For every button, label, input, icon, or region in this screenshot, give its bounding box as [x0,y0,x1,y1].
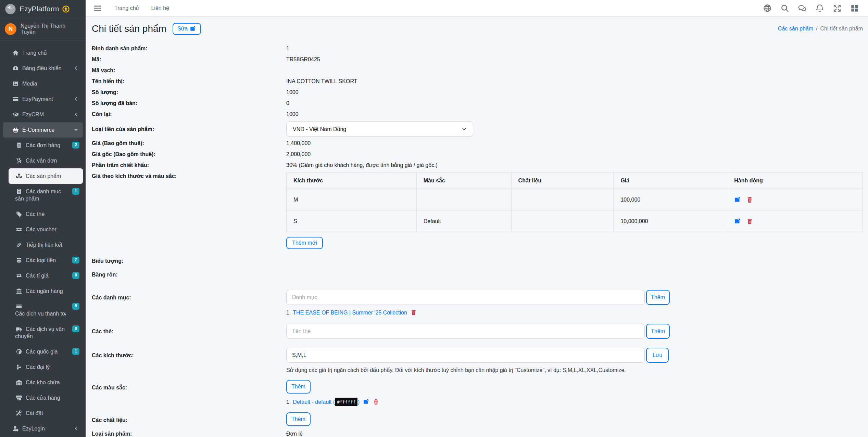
edit-icon[interactable] [734,196,741,203]
tag-icon [15,211,23,218]
sidebar-item-bang-dieu-khien[interactable]: Bảng điều khiển [3,61,83,76]
column-header: Hành động [727,173,863,189]
store-icon [15,395,23,401]
nav-link-lien-he[interactable]: Liên hệ [151,5,169,11]
sidebar-item-ecommerce[interactable]: E-Commerce [3,122,83,138]
add-tag-button[interactable]: Thêm [646,324,670,339]
sidebar-item-cac-dai-ly[interactable]: Các đại lý [9,359,83,375]
media-icon [12,80,19,87]
sidebar-item-ezypayment[interactable]: EzyPayment [3,91,83,107]
count-badge: 1 [72,348,79,355]
add-category-button[interactable]: Thêm [646,290,670,305]
brand[interactable]: EzyPlatform [0,0,86,18]
sidebar-item-cac-dich-vu-van-chuyen[interactable]: Các dịch vụ vận chuyển 0 [9,321,83,344]
user-panel[interactable]: N Nguyễn Thị Thanh Tuyền [0,18,86,40]
breadcrumb-link-products[interactable]: Các sản phẩm [778,26,813,31]
credit-card-icon [12,96,19,103]
column-header: Kích thước [287,173,417,189]
sidebar-item-cac-ti-gia[interactable]: Các tỉ giá 0 [9,268,83,283]
sidebar-item-cai-dat[interactable]: Cài đặt [9,406,83,421]
color-link-suffix[interactable]: ) [358,398,360,406]
fullscreen-icon[interactable] [833,4,842,13]
globe-icon [15,348,23,355]
currency-selected-value: VND - Việt Nam Đồng [293,126,346,133]
trash-icon[interactable] [746,196,753,203]
field-value: 2,000,000 [286,151,863,158]
sidebar-item-cac-loai-tien[interactable]: Các loại tiền 7 [9,253,83,268]
add-color-button[interactable]: Thêm [286,380,311,394]
sidebar-item-cac-dich-vu-thanh-toan[interactable]: Các dịch vụ thanh toán 5 [9,299,83,321]
cell-color: Default [416,210,511,232]
home-icon [12,50,19,56]
cell-size: S [287,210,417,232]
currency-select[interactable]: VND - Việt Nam Đồng [286,121,473,137]
edit-icon[interactable] [734,218,741,225]
field-label: Các chất liệu: [92,412,286,424]
sizes-input[interactable] [286,348,645,363]
cell-size: M [287,189,417,210]
sidebar-item-cac-san-pham[interactable]: Các sản phẩm [9,168,83,184]
color-link[interactable]: Default - default ( [293,398,335,406]
topbar-actions [763,4,859,13]
sidebar-item-cac-don-hang[interactable]: Các đơn hàng 2 [9,138,83,153]
hamburger-icon[interactable] [93,4,102,13]
field-value: 1000 [286,89,863,96]
tag-input[interactable] [286,324,645,339]
trash-icon[interactable] [411,309,417,316]
sidebar-item-cac-cua-hang[interactable]: Các cửa hàng [9,390,83,406]
truck-icon [15,326,23,333]
dolly-icon [15,157,23,164]
category-input[interactable] [286,290,645,305]
sidebar-item-media[interactable]: Media [3,76,83,91]
trash-icon[interactable] [746,218,753,225]
search-icon[interactable] [780,4,789,13]
breadcrumb-separator: / [816,26,817,31]
sidebar-item-ezylogin[interactable]: EzyLogin [3,421,83,436]
cell-color [416,189,511,210]
edit-product-button[interactable]: Sửa [173,23,201,35]
sidebar-item-cac-ngan-hang[interactable]: Các ngân hàng [9,283,83,299]
count-badge: 7 [72,257,79,264]
field-label: Các kích thước: [92,348,286,359]
credit-card-icon [15,303,23,310]
field-label: Phần trăm chiết khấu: [92,162,286,169]
sidebar-item-trang-chu[interactable]: Trang chủ [3,45,83,61]
apps-grid-icon[interactable] [850,4,859,13]
add-material-button[interactable]: Thêm [286,412,311,426]
sidebar-item-tiep-thi-lien-ket[interactable]: Tiếp thị liên kết [9,237,83,253]
user-name: Nguyễn Thị Thanh Tuyền [21,23,81,35]
globe-icon[interactable] [763,4,772,13]
edit-icon[interactable] [363,399,369,405]
column-header: Chất liệu [511,173,614,189]
field-label: Các thẻ: [92,324,286,335]
chevron-left-icon [74,65,78,71]
sidebar-item-cac-van-don[interactable]: Các vận đơn [9,153,83,168]
bank-icon [15,288,23,295]
breadcrumb-current: Chi tiết sản phẩm [820,26,863,31]
save-sizes-button[interactable]: Lưu [646,348,669,363]
branch-icon [15,364,23,371]
sidebar-item-cac-danh-muc-san-pham[interactable]: Các danh mục sản phẩm 1 [9,184,83,206]
add-new-price-button[interactable]: Thêm mới [286,237,323,249]
table-row: M 100,000 [287,189,863,210]
user-shield-icon [12,425,19,432]
chevron-down-icon [462,127,467,132]
cell-price: 10,000,000 [614,210,727,232]
sidebar-item-cac-voucher[interactable]: Các voucher [9,222,83,237]
sidebar-item-cac-quoc-gia[interactable]: Các quốc gia 1 [9,344,83,359]
nav-link-trang-chu[interactable]: Trang chủ [114,5,139,11]
trash-icon[interactable] [373,399,379,405]
coins-icon [15,257,23,264]
notifications-icon[interactable] [815,4,824,13]
category-link[interactable]: THE EASE OF BEING | Summer '25 Collectio… [293,309,407,316]
cube-logo-icon [5,3,16,15]
sidebar-item-ezycrm[interactable]: EzyCRM [3,107,83,122]
item-index: 1. [286,309,291,316]
sidebar-item-cac-the[interactable]: Các thẻ [9,206,83,222]
upgrade-arrow-icon[interactable] [62,5,70,13]
page-title: Chi tiết sản phẩm [92,22,166,36]
field-label: Các màu sắc: [92,380,286,391]
sidebar-item-cac-kho-chua[interactable]: Các kho chứa [9,375,83,390]
warehouse-icon [15,379,23,386]
messages-icon[interactable] [798,4,807,13]
